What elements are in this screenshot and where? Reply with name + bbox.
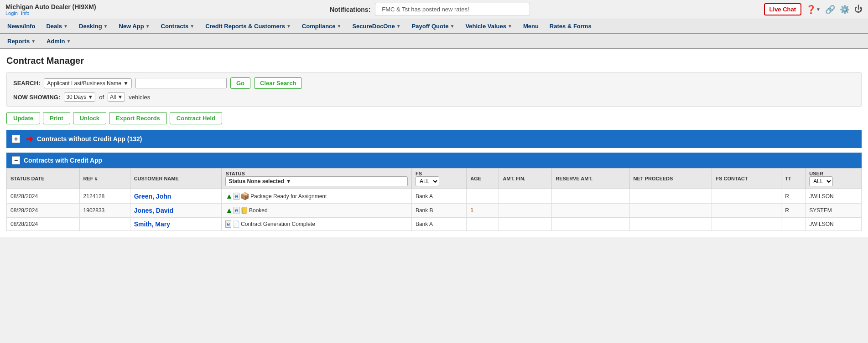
cell-fscontact-1 [712, 189, 781, 204]
showing-row: NOW SHOWING: 30 Days ▼ of All ▼ vehicles [13, 92, 855, 102]
nav-reports[interactable]: Reports▼ [2, 34, 41, 48]
col-customer-name: CUSTOMER NAME [130, 169, 222, 189]
settings-icon-button[interactable]: ⚙️ [840, 5, 850, 15]
cell-fs-1: Bank A [411, 189, 466, 204]
table-row: 08/28/2024 2124128 Green, John ▲ e 📦 Pac… [7, 189, 862, 204]
search-input[interactable] [135, 78, 227, 88]
nav-contracts[interactable]: Contracts▼ [156, 19, 200, 33]
all-dropdown[interactable]: All ▼ [108, 92, 125, 102]
cell-customer-2: Jones, David [130, 204, 222, 218]
col-fs-contact: FS CONTACT [712, 169, 781, 189]
status-icons-2: ▲ e 📒 Booked [225, 206, 408, 215]
days-value: 30 Days [66, 94, 86, 100]
nav-desking[interactable]: Desking▼ [73, 19, 113, 33]
help-icon-button[interactable]: ❓ ▼ [806, 5, 821, 15]
info-link[interactable]: Info [21, 10, 29, 16]
notifications-box: FMC & Tst has posted new rates! [375, 3, 530, 16]
primary-nav: News/Info Deals▼ Desking▼ New App▼ Contr… [0, 19, 868, 34]
securedoc-arrow: ▼ [396, 24, 401, 29]
without-credit-title: Contracts without Credit App (132) [37, 135, 142, 143]
contract-held-button[interactable]: Contract Held [170, 112, 222, 124]
status-text-2: Booked [249, 207, 268, 214]
notifications-area: Notifications: FMC & Tst has posted new … [102, 3, 759, 16]
clear-search-button[interactable]: Clear Search [254, 77, 302, 89]
cell-reserve-2 [552, 204, 629, 218]
dealer-name: Michigan Auto Dealer (HI9XM) [5, 3, 96, 10]
table-row: 08/28/2024 1902833 Jones, David ▲ e 📒 Bo… [7, 204, 862, 218]
main-content: Contract Manager SEARCH: Applicant Last/… [0, 49, 868, 237]
vehicles-label: vehicles [129, 94, 150, 101]
contracts-arrow: ▼ [190, 24, 194, 29]
cell-reserve-1 [552, 189, 629, 204]
update-button[interactable]: Update [6, 112, 40, 124]
cell-ref-2: 1902833 [79, 204, 130, 218]
link-icon-button[interactable]: 🔗 [825, 5, 835, 15]
login-link[interactable]: Login [5, 10, 18, 16]
status-filter-arrow: ▼ [286, 178, 291, 184]
status-text-1: Package Ready for Assignment [250, 193, 327, 200]
nav-credit-reports[interactable]: Credit Reports & Customers▼ [200, 19, 296, 33]
status-text-3: Contract Generation Complete [241, 221, 315, 227]
status-filter-value: Status None selected [229, 178, 284, 184]
cell-user-3: JWILSON [806, 218, 862, 231]
help-icon: ❓ [806, 5, 816, 15]
col-reserve-amt: RESERVE AMT. [552, 169, 629, 189]
cell-fscontact-3 [712, 218, 781, 231]
nav-compliance[interactable]: Compliance▼ [296, 19, 347, 33]
fs-filter-select[interactable]: ALL [416, 176, 439, 186]
customer-link-3[interactable]: Smith, Mary [134, 220, 170, 228]
cell-amt-3 [499, 218, 552, 231]
nav-securedocone[interactable]: SecureDocOne▼ [347, 19, 406, 33]
nav-vehicle-values[interactable]: Vehicle Values▼ [460, 19, 518, 33]
desking-arrow: ▼ [104, 24, 108, 29]
collapse-with-button[interactable]: − [12, 156, 20, 164]
go-button[interactable]: Go [230, 77, 250, 89]
dealer-info: Michigan Auto Dealer (HI9XM) Login Info [5, 3, 96, 16]
without-credit-app-section: + ➜ Contracts without Credit App (132) [6, 130, 862, 148]
power-icon: ⏻ [854, 5, 863, 14]
status-filter-dropdown[interactable]: Status None selected ▼ [225, 176, 408, 186]
cell-net-1 [629, 189, 712, 204]
expand-without-button[interactable]: + [12, 135, 20, 143]
contracts-table: STATUS DATE REF # CUSTOMER NAME STATUS [6, 168, 862, 231]
col-age: AGE [467, 169, 499, 189]
cell-age-3 [467, 218, 499, 231]
nav-newapp[interactable]: New App▼ [114, 19, 156, 33]
cell-status-2: ▲ e 📒 Booked [222, 204, 412, 218]
gear-icon: ⚙️ [840, 5, 850, 15]
nav-payoff[interactable]: Payoff Quote▼ [406, 19, 460, 33]
minus-icon: − [14, 157, 18, 164]
plus-icon: + [14, 135, 18, 143]
nav-menu[interactable]: Menu [518, 19, 544, 33]
nav-deals[interactable]: Deals▼ [41, 19, 73, 33]
live-chat-button[interactable]: Live Chat [764, 3, 802, 15]
customer-link-2[interactable]: Jones, David [134, 207, 173, 214]
power-icon-button[interactable]: ⏻ [854, 5, 863, 14]
cell-age-1 [467, 189, 499, 204]
cell-ref-3 [79, 218, 130, 231]
nav-newsinfo[interactable]: News/Info [2, 19, 41, 33]
days-arrow: ▼ [88, 94, 93, 100]
customer-link-1[interactable]: Green, John [134, 193, 172, 200]
nav-rates-forms[interactable]: Rates & Forms [544, 19, 597, 33]
e-badge-icon-2: e [234, 207, 239, 214]
print-button[interactable]: Print [43, 112, 70, 124]
with-credit-app-container: − Contracts with Credit App STATUS DATE … [6, 153, 862, 231]
cell-user-2: SYSTEM [806, 204, 862, 218]
header-icons: Live Chat ❓ ▼ 🔗 ⚙️ ⏻ [764, 3, 863, 15]
col-fs: FS ALL [411, 169, 466, 189]
payoff-arrow: ▼ [450, 24, 454, 29]
user-filter-select[interactable]: ALL [809, 176, 833, 186]
nav-admin[interactable]: Admin▼ [41, 34, 76, 48]
unlock-button[interactable]: Unlock [73, 112, 106, 124]
cell-status-date-3: 08/28/2024 [7, 218, 80, 231]
cell-status-1: ▲ e 📦 Package Ready for Assignment [222, 189, 412, 204]
search-type-dropdown[interactable]: Applicant Last/Business Name ▼ [44, 78, 132, 88]
days-dropdown[interactable]: 30 Days ▼ [64, 92, 95, 102]
table-row: 08/28/2024 Smith, Mary e 📄 Contract Gene… [7, 218, 862, 231]
cell-fs-3: Bank A [411, 218, 466, 231]
col-net-proceeds: NET PROCEEDS [629, 169, 712, 189]
cell-customer-1: Green, John [130, 189, 222, 204]
export-records-button[interactable]: Export Records [109, 112, 167, 124]
cell-tt-1: R [781, 189, 806, 204]
